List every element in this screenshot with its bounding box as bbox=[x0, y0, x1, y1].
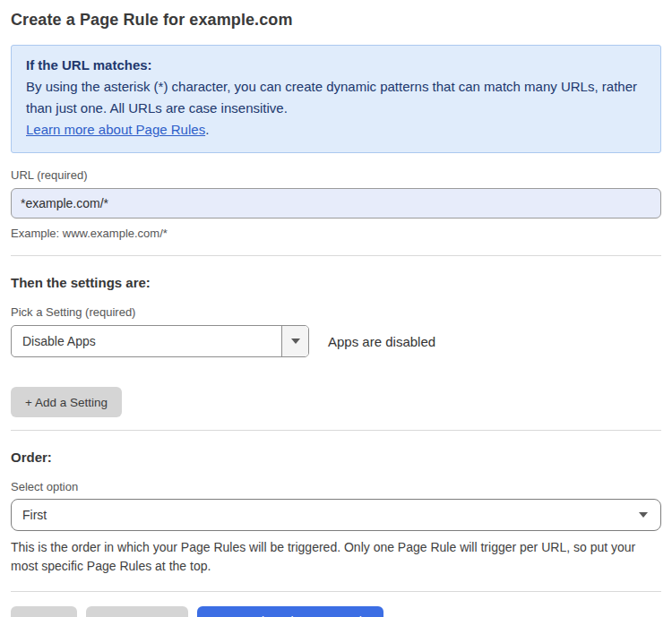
setting-status-text: Apps are disabled bbox=[328, 334, 435, 349]
info-box-link-line: Learn more about Page Rules. bbox=[26, 119, 646, 141]
form-actions: Cancel Save as Draft Save and Deploy Pag… bbox=[11, 606, 661, 617]
caret-down-icon bbox=[291, 338, 300, 344]
cancel-button[interactable]: Cancel bbox=[11, 606, 77, 617]
order-select[interactable]: First bbox=[11, 499, 661, 531]
page-title: Create a Page Rule for example.com bbox=[11, 11, 661, 30]
setting-row: Disable Apps Apps are disabled bbox=[11, 325, 661, 357]
order-help-text: This is the order in which your Page Rul… bbox=[11, 538, 665, 576]
url-input[interactable] bbox=[11, 188, 661, 219]
url-example-text: Example: www.example.com/* bbox=[11, 227, 661, 240]
setting-dropdown-value: Disable Apps bbox=[12, 326, 107, 356]
learn-more-link[interactable]: Learn more about Page Rules bbox=[26, 122, 205, 137]
link-suffix-text: . bbox=[205, 122, 209, 137]
create-page-rule-form: Create a Page Rule for example.com If th… bbox=[0, 0, 672, 617]
info-box-body: By using the asterisk (*) character, you… bbox=[26, 76, 646, 119]
order-select-value: First bbox=[22, 508, 47, 522]
pick-setting-label: Pick a Setting (required) bbox=[11, 305, 661, 319]
caret-down-icon bbox=[639, 512, 648, 518]
save-and-deploy-button[interactable]: Save and Deploy Page Rule bbox=[197, 606, 383, 617]
settings-section-heading: Then the settings are: bbox=[11, 275, 661, 290]
setting-dropdown[interactable]: Disable Apps bbox=[11, 325, 309, 357]
url-match-info-box: If the URL matches: By using the asteris… bbox=[11, 45, 661, 153]
divider bbox=[11, 591, 661, 592]
setting-dropdown-arrow-button[interactable] bbox=[281, 326, 308, 356]
order-section-heading: Order: bbox=[11, 450, 661, 465]
select-option-label: Select option bbox=[11, 480, 661, 493]
divider bbox=[11, 255, 661, 256]
url-label: URL (required) bbox=[11, 168, 661, 182]
info-box-heading: If the URL matches: bbox=[26, 55, 646, 76]
save-as-draft-button[interactable]: Save as Draft bbox=[86, 606, 188, 617]
divider bbox=[11, 430, 661, 431]
add-setting-button[interactable]: + Add a Setting bbox=[11, 387, 122, 417]
